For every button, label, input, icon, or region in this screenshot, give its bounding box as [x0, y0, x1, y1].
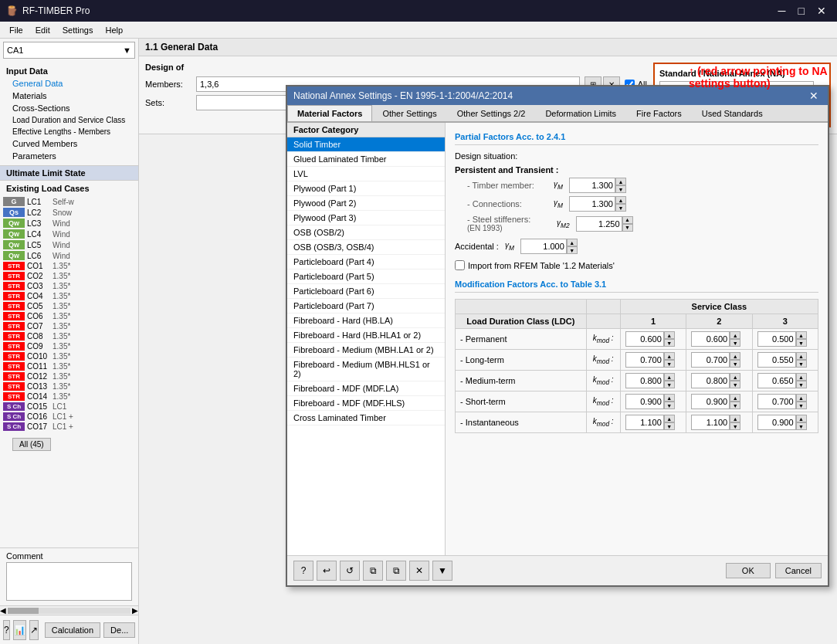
accidental-input[interactable]: [520, 239, 567, 254]
load-case-row[interactable]: STR CO6 1.35*: [0, 311, 138, 321]
mod-sc3-input[interactable]: [757, 352, 796, 368]
load-case-row[interactable]: STR CO3 1.35*: [0, 281, 138, 291]
load-case-row[interactable]: STR CO11 1.35*: [0, 361, 138, 371]
dialog-help-btn[interactable]: ?: [293, 561, 313, 581]
mod-sc2-down[interactable]: ▼: [730, 402, 740, 409]
factor-category-item[interactable]: OSB (OSB/3, OSB/4): [287, 240, 445, 255]
load-case-row[interactable]: STR CO2 1.35*: [0, 271, 138, 281]
timber-down-btn[interactable]: ▼: [615, 185, 626, 193]
tab-other-settings[interactable]: Other Settings: [372, 105, 446, 121]
nav-materials[interactable]: Materials: [0, 90, 138, 102]
tab-fire-factors[interactable]: Fire Factors: [626, 105, 692, 121]
steel-down-btn[interactable]: ▼: [622, 224, 633, 232]
menu-settings[interactable]: Settings: [56, 24, 100, 36]
mod-sc3-input[interactable]: [757, 415, 796, 430]
nav-parameters[interactable]: Parameters: [0, 150, 138, 162]
mod-sc1-input[interactable]: [625, 373, 664, 388]
dialog-reset-btn[interactable]: ↩: [317, 561, 337, 581]
mod-sc1-up[interactable]: ▲: [664, 331, 675, 339]
mod-sc2-up[interactable]: ▲: [730, 373, 740, 381]
factor-category-item[interactable]: Particleboard (Part 4): [287, 255, 445, 269]
load-case-row[interactable]: S Ch CO15 LC1: [0, 402, 138, 412]
load-case-row[interactable]: STR CO5 1.35*: [0, 301, 138, 311]
factor-category-item[interactable]: Fibreboard - MDF (MDF.LA): [287, 381, 445, 396]
mod-sc3-down[interactable]: ▼: [796, 381, 807, 388]
factor-category-item[interactable]: Fibreboard - Medium (MBH.HLS1 or 2): [287, 358, 445, 381]
ok-button[interactable]: OK: [726, 563, 771, 578]
load-case-row[interactable]: Qs LC2 Snow: [0, 207, 138, 218]
mod-sc1-input[interactable]: [625, 352, 664, 368]
mod-sc2-down[interactable]: ▼: [730, 360, 740, 368]
tab-other-settings-2[interactable]: Other Settings 2/2: [447, 105, 536, 121]
dialog-down-btn[interactable]: ▼: [432, 561, 452, 581]
design-button[interactable]: De...: [103, 622, 135, 638]
load-case-row[interactable]: STR CO1 1.35*: [0, 261, 138, 271]
tab-used-standards[interactable]: Used Standards: [692, 105, 773, 121]
menu-edit[interactable]: Edit: [29, 24, 56, 36]
dialog-close-button[interactable]: ✕: [806, 90, 822, 102]
horizontal-scrollbar[interactable]: ◀ ▶: [0, 605, 138, 615]
connections-down-btn[interactable]: ▼: [615, 204, 626, 212]
timber-up-btn[interactable]: ▲: [615, 178, 626, 185]
scroll-right-btn[interactable]: ▶: [132, 606, 138, 615]
mod-sc1-down[interactable]: ▼: [664, 339, 675, 347]
all-button[interactable]: All (45): [12, 438, 51, 451]
mod-sc2-input[interactable]: [691, 331, 730, 347]
dialog-cancel-small-btn[interactable]: ✕: [409, 561, 429, 581]
mod-sc3-down[interactable]: ▼: [796, 360, 807, 368]
dialog-copy-btn[interactable]: ⧉: [363, 561, 383, 581]
factor-category-item[interactable]: Fibreboard - Medium (MBH.LA1 or 2): [287, 343, 445, 358]
factor-category-item[interactable]: Plywood (Part 1): [287, 181, 445, 196]
load-case-row[interactable]: STR CO8 1.35*: [0, 331, 138, 341]
mod-sc3-input[interactable]: [757, 331, 796, 347]
steel-input[interactable]: [576, 216, 622, 232]
load-case-row[interactable]: STR CO14 1.35*: [0, 391, 138, 402]
factor-category-item[interactable]: Plywood (Part 2): [287, 196, 445, 211]
steel-up-btn[interactable]: ▲: [622, 216, 633, 224]
close-button[interactable]: ✕: [812, 3, 831, 19]
factor-category-item[interactable]: Solid Timber: [287, 137, 445, 152]
mod-sc3-up[interactable]: ▲: [796, 415, 807, 422]
import-checkbox[interactable]: [455, 260, 465, 270]
mod-sc2-input[interactable]: [691, 373, 730, 388]
load-case-row[interactable]: G LC1 Self-w: [0, 196, 138, 207]
mod-sc3-up[interactable]: ▲: [796, 352, 807, 360]
mod-sc2-down[interactable]: ▼: [730, 339, 740, 347]
factor-category-item[interactable]: Glued Laminated Timber: [287, 152, 445, 167]
load-case-row[interactable]: Qw LC4 Wind: [0, 229, 138, 239]
factor-category-item[interactable]: Fibreboard - Hard (HB.LA): [287, 314, 445, 328]
accidental-up-btn[interactable]: ▲: [567, 239, 578, 246]
load-case-row[interactable]: STR CO7 1.35*: [0, 321, 138, 331]
nav-load-duration[interactable]: Load Duration and Service Class: [0, 114, 138, 126]
dialog-undo-btn[interactable]: ↺: [340, 561, 360, 581]
help-button[interactable]: ?: [3, 620, 10, 640]
mod-sc2-up[interactable]: ▲: [730, 352, 740, 360]
factor-category-item[interactable]: Particleboard (Part 5): [287, 269, 445, 284]
mod-sc3-input[interactable]: [757, 373, 796, 388]
load-case-row[interactable]: Qw LC6 Wind: [0, 250, 138, 261]
mod-sc3-up[interactable]: ▲: [796, 373, 807, 381]
mod-sc1-up[interactable]: ▲: [664, 352, 675, 360]
load-case-row[interactable]: S Ch CO17 LC1 +: [0, 422, 138, 432]
mod-sc1-down[interactable]: ▼: [664, 402, 675, 409]
factor-category-item[interactable]: Fibreboard - Hard (HB.HLA1 or 2): [287, 328, 445, 343]
menu-file[interactable]: File: [3, 24, 29, 36]
minimize-button[interactable]: ─: [774, 3, 791, 19]
ca-selector[interactable]: CA1 ▼: [3, 42, 135, 59]
comment-input[interactable]: [6, 562, 132, 601]
timber-member-input[interactable]: [569, 178, 615, 193]
scroll-left-btn[interactable]: ◀: [0, 606, 6, 615]
mod-sc3-input[interactable]: [757, 394, 796, 409]
load-case-row[interactable]: Qw LC3 Wind: [0, 218, 138, 229]
mod-sc1-up[interactable]: ▲: [664, 415, 675, 422]
mod-sc3-up[interactable]: ▲: [796, 394, 807, 402]
nav-curved-members[interactable]: Curved Members: [0, 137, 138, 150]
load-case-row[interactable]: STR CO4 1.35*: [0, 291, 138, 301]
mod-sc2-down[interactable]: ▼: [730, 381, 740, 388]
nav-general-data[interactable]: General Data: [0, 77, 138, 90]
factor-category-item[interactable]: Particleboard (Part 7): [287, 299, 445, 314]
nav-effective-lengths[interactable]: Effective Lengths - Members: [0, 126, 138, 137]
connections-up-btn[interactable]: ▲: [615, 196, 626, 204]
mod-sc1-input[interactable]: [625, 415, 664, 430]
load-case-row[interactable]: S Ch CO16 LC1 +: [0, 412, 138, 422]
